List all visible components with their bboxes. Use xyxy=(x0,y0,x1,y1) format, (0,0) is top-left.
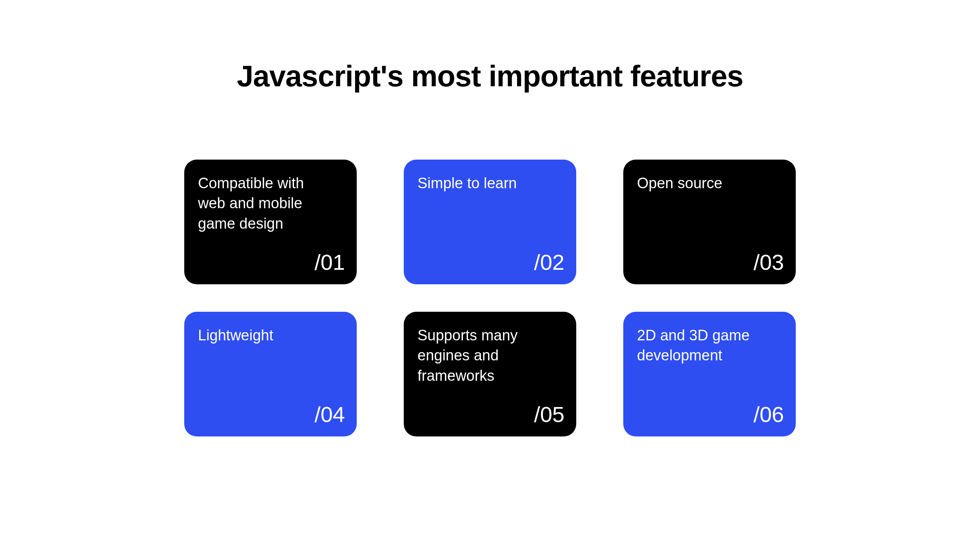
feature-card-01: Compatible with web and mobile game desi… xyxy=(184,160,357,284)
feature-text: Compatible with web and mobile game desi… xyxy=(198,173,319,234)
feature-number: /06 xyxy=(753,402,784,427)
feature-text: Lightweight xyxy=(198,325,319,345)
feature-number: /02 xyxy=(534,249,564,275)
page-title: Javascript's most important features xyxy=(237,59,743,93)
feature-text: Supports many engines and frameworks xyxy=(417,325,539,386)
feature-number: /04 xyxy=(314,402,345,427)
feature-number: /03 xyxy=(753,249,784,275)
feature-number: /05 xyxy=(534,402,564,427)
feature-text: Simple to learn xyxy=(417,173,539,193)
feature-text: 2D and 3D game development xyxy=(637,325,759,366)
feature-card-04: Lightweight /04 xyxy=(184,312,357,436)
feature-number: /01 xyxy=(314,249,345,275)
feature-card-06: 2D and 3D game development /06 xyxy=(623,312,796,436)
feature-card-03: Open source /03 xyxy=(623,160,796,284)
feature-card-02: Simple to learn /02 xyxy=(404,160,576,284)
feature-text: Open source xyxy=(637,173,759,193)
feature-card-05: Supports many engines and frameworks /05 xyxy=(404,312,576,436)
features-grid: Compatible with web and mobile game desi… xyxy=(184,160,796,436)
